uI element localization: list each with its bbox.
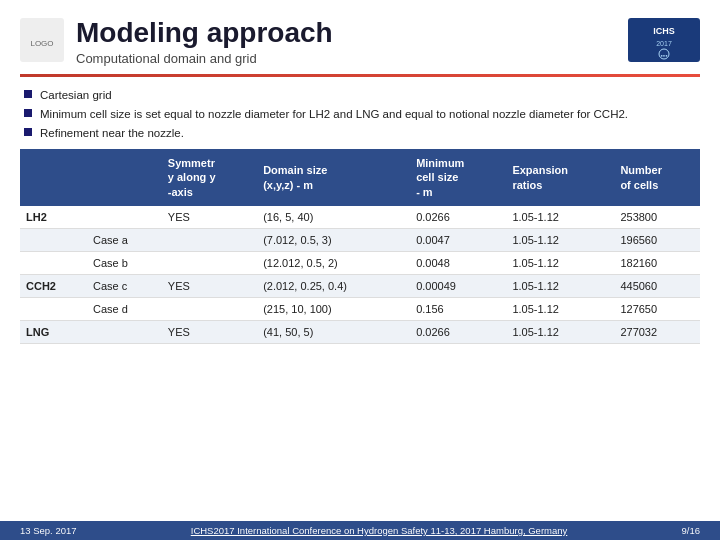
- bullet-text-1: Cartesian grid: [40, 87, 112, 103]
- cell-group-casea: [20, 228, 87, 251]
- svg-text:2017: 2017: [656, 40, 672, 47]
- cell-domain-lng: (41, 50, 5): [257, 320, 410, 343]
- cell-numcells-casec: 445060: [614, 274, 700, 297]
- bullet-text-2: Minimum cell size is set equal to nozzle…: [40, 106, 628, 122]
- table-header-row: Symmetry along y-axis Domain size(x,y,z)…: [20, 149, 700, 206]
- footer-date: 13 Sep. 2017: [20, 525, 77, 536]
- cell-symmetry-caseb: [162, 251, 257, 274]
- cell-case-a: Case a: [87, 228, 162, 251]
- bullet-item-3: Refinement near the nozzle.: [24, 125, 700, 141]
- footer-conference: ICHS2017 International Conference on Hyd…: [191, 525, 568, 536]
- footer: 13 Sep. 2017 ICHS2017 International Conf…: [0, 521, 720, 540]
- svg-text:LOGO: LOGO: [30, 39, 53, 48]
- cell-case-d: Case d: [87, 297, 162, 320]
- col-header-num-cells: Numberof cells: [614, 149, 700, 206]
- logo-right-icon: ICHS 2017 ●●●: [628, 18, 700, 62]
- cell-mincell-cased: 0.156: [410, 297, 506, 320]
- bullet-list: Cartesian grid Minimum cell size is set …: [24, 87, 700, 141]
- table-row: LNG YES (41, 50, 5) 0.0266 1.05-1.12 277…: [20, 320, 700, 343]
- svg-text:●●●: ●●●: [660, 53, 668, 58]
- col-header-case-group: [20, 149, 87, 206]
- bullet-square-icon-2: [24, 109, 32, 117]
- cell-domain-casec: (2.012, 0.25, 0.4): [257, 274, 410, 297]
- svg-text:ICHS: ICHS: [653, 26, 675, 36]
- cell-symmetry-casea: [162, 228, 257, 251]
- cell-symmetry-lng: YES: [162, 320, 257, 343]
- table-row: Case a (7.012, 0.5, 3) 0.0047 1.05-1.12 …: [20, 228, 700, 251]
- header: LOGO Modeling approach Computational dom…: [0, 0, 720, 66]
- cell-expansion-casec: 1.05-1.12: [506, 274, 614, 297]
- cell-symmetry-lh2: YES: [162, 206, 257, 229]
- cell-case-lng: [87, 320, 162, 343]
- cell-mincell-casec: 0.00049: [410, 274, 506, 297]
- cell-case-c: Case c: [87, 274, 162, 297]
- main-title: Modeling approach: [76, 18, 333, 49]
- table-wrapper: Symmetry along y-axis Domain size(x,y,z)…: [20, 149, 700, 344]
- bullet-item-2: Minimum cell size is set equal to nozzle…: [24, 106, 700, 122]
- col-header-case-name: [87, 149, 162, 206]
- cell-numcells-lh2: 253800: [614, 206, 700, 229]
- col-header-min-cell: Minimumcell size- m: [410, 149, 506, 206]
- col-header-domain: Domain size(x,y,z) - m: [257, 149, 410, 206]
- cell-group-lng: LNG: [20, 320, 87, 343]
- cell-numcells-casea: 196560: [614, 228, 700, 251]
- cell-case-lh2: [87, 206, 162, 229]
- footer-page: 9/16: [682, 525, 701, 536]
- cell-symmetry-casec: YES: [162, 274, 257, 297]
- table-row: CCH2 Case c YES (2.012, 0.25, 0.4) 0.000…: [20, 274, 700, 297]
- col-header-expansion: Expansionratios: [506, 149, 614, 206]
- cell-domain-cased: (215, 10, 100): [257, 297, 410, 320]
- cell-group-caseb: [20, 251, 87, 274]
- bullet-text-3: Refinement near the nozzle.: [40, 125, 184, 141]
- cell-group-cch2: CCH2: [20, 274, 87, 297]
- cell-mincell-lh2: 0.0266: [410, 206, 506, 229]
- table-body: LH2 YES (16, 5, 40) 0.0266 1.05-1.12 253…: [20, 206, 700, 344]
- logo-left-icon: LOGO: [20, 18, 64, 62]
- col-header-symmetry: Symmetry along y-axis: [162, 149, 257, 206]
- subtitle: Computational domain and grid: [76, 51, 333, 66]
- cell-domain-caseb: (12.012, 0.5, 2): [257, 251, 410, 274]
- cell-mincell-casea: 0.0047: [410, 228, 506, 251]
- bullet-square-icon-3: [24, 128, 32, 136]
- cell-group-lh2: LH2: [20, 206, 87, 229]
- cell-domain-lh2: (16, 5, 40): [257, 206, 410, 229]
- bullet-square-icon: [24, 90, 32, 98]
- cell-mincell-caseb: 0.0048: [410, 251, 506, 274]
- cell-domain-casea: (7.012, 0.5, 3): [257, 228, 410, 251]
- table-row: Case d (215, 10, 100) 0.156 1.05-1.12 12…: [20, 297, 700, 320]
- title-block: Modeling approach Computational domain a…: [76, 18, 333, 66]
- cell-numcells-lng: 277032: [614, 320, 700, 343]
- bullet-item-1: Cartesian grid: [24, 87, 700, 103]
- cell-expansion-casea: 1.05-1.12: [506, 228, 614, 251]
- cell-numcells-cased: 127650: [614, 297, 700, 320]
- cell-numcells-caseb: 182160: [614, 251, 700, 274]
- cell-expansion-cased: 1.05-1.12: [506, 297, 614, 320]
- cell-mincell-lng: 0.0266: [410, 320, 506, 343]
- cell-expansion-lng: 1.05-1.12: [506, 320, 614, 343]
- cell-symmetry-cased: [162, 297, 257, 320]
- cell-case-b: Case b: [87, 251, 162, 274]
- table-row: Case b (12.012, 0.5, 2) 0.0048 1.05-1.12…: [20, 251, 700, 274]
- header-left: LOGO Modeling approach Computational dom…: [20, 18, 333, 66]
- slide: LOGO Modeling approach Computational dom…: [0, 0, 720, 540]
- divider: [20, 74, 700, 77]
- cell-expansion-caseb: 1.05-1.12: [506, 251, 614, 274]
- cell-group-cased: [20, 297, 87, 320]
- data-table: Symmetry along y-axis Domain size(x,y,z)…: [20, 149, 700, 344]
- table-row: LH2 YES (16, 5, 40) 0.0266 1.05-1.12 253…: [20, 206, 700, 229]
- cell-expansion-lh2: 1.05-1.12: [506, 206, 614, 229]
